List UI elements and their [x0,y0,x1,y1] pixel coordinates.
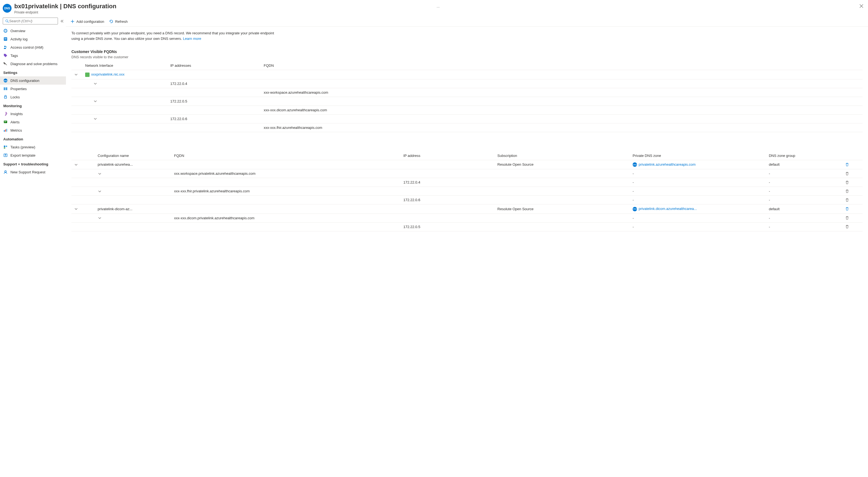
chevron-down-icon[interactable] [93,117,165,121]
diagnose-icon [3,62,8,66]
nav-properties[interactable]: Properties [0,85,66,93]
refresh-button[interactable]: Refresh [109,19,128,24]
nav-alerts[interactable]: Alerts [0,118,66,126]
svg-point-8 [6,47,7,48]
config-name-cell: privatelink-azurehea... [95,160,172,169]
chevron-down-icon[interactable] [98,189,172,193]
delete-button[interactable] [845,163,860,167]
close-button[interactable] [859,4,864,8]
nav-dns-configuration[interactable]: DNS DNS configuration [0,77,66,85]
col-ip-addresses[interactable]: IP addresses [167,61,261,70]
fqdn-cell: xxx-xxx.fhir.privatelink.azurehealthcare… [172,187,495,196]
config-group-row: privatelink-dicom-az... Resolute Open So… [71,204,863,214]
config-ip-row: 172.22.0.4 - - [71,178,863,187]
delete-button[interactable] [845,181,860,184]
svg-rect-19 [5,129,6,131]
insights-icon [3,112,8,116]
nav-tasks[interactable]: Tasks (preview) [0,143,66,151]
nav-diagnose[interactable]: Diagnose and solve problems [0,60,66,68]
dns-zone-link[interactable]: privatelink.dicom.azurehealthcarea... [639,207,697,211]
ip-cell: 172.22.0.5 [401,222,494,231]
chevron-down-icon[interactable] [93,82,165,85]
nav-metrics[interactable]: Metrics [0,126,66,135]
chevron-down-icon[interactable] [74,72,80,77]
svg-point-2 [4,29,7,32]
properties-icon [3,87,8,91]
more-actions-button[interactable]: ··· [437,5,440,9]
nav-insights[interactable]: Insights [0,110,66,118]
fqdn-row: 172.22.0.4 [71,79,863,88]
metrics-icon [3,128,8,132]
dash-cell: - [630,178,766,187]
nav-label: New Support Request [10,170,45,174]
config-ip-row: 172.22.0.6 - - [71,196,863,204]
svg-point-7 [4,46,6,47]
nav-locks[interactable]: Locks [0,93,66,101]
learn-more-link[interactable]: Learn more [183,36,201,41]
fqdn-cell: xxx-xxx.dicom.azurehealthcareapis.com [261,106,863,114]
fqdns-table: Network Interface IP addresses FQDN xxxp… [71,61,863,132]
nav-section-support: Support + troubleshooting [0,159,66,168]
support-icon [3,170,8,174]
nav-label: Properties [10,87,27,91]
activity-log-icon [3,37,8,41]
nav-overview[interactable]: Overview [0,27,66,35]
page-subtitle: Private endpoint [14,10,434,14]
iam-icon [3,45,8,50]
subscription-cell: Resolute Open Source [495,204,630,214]
nic-link[interactable]: xxxprivatelink.nic.xxx [91,72,124,77]
search-input-wrapper[interactable] [3,18,58,25]
toolbar: Add configuration Refresh [66,17,868,27]
chevron-double-left-icon [60,19,64,23]
nav-section-automation: Automation [0,135,66,143]
nav-new-support-request[interactable]: New Support Request [0,168,66,176]
dns-config-icon: DNS [3,78,8,83]
col-fqdn[interactable]: FQDN [172,151,401,160]
chevron-down-icon[interactable] [93,99,165,103]
delete-button[interactable] [845,189,860,193]
delete-button[interactable] [845,172,860,176]
nav-iam[interactable]: Access control (IAM) [0,43,66,51]
col-fqdn[interactable]: FQDN [261,61,863,70]
chevron-down-icon[interactable] [74,163,92,167]
fqdn-cell: xxx-workspace.azurehealthcareapis.com [261,88,863,97]
svg-rect-17 [4,122,6,122]
dns-zone-icon: DNS [632,162,637,167]
collapse-sidebar-button[interactable] [60,19,64,23]
col-ip-address[interactable]: IP address [401,151,494,160]
nav-label: Overview [10,29,25,33]
chevron-down-icon[interactable] [98,172,172,176]
config-group-row: privatelink-azurehea... Resolute Open So… [71,160,863,169]
add-configuration-button[interactable]: Add configuration [70,19,104,24]
zone-group-cell: default [766,160,842,169]
nav-tags[interactable]: Tags [0,51,66,60]
col-private-dns-zone[interactable]: Private DNS zone [630,151,766,160]
config-row: xxx-xxx.fhir.privatelink.azurehealthcare… [71,187,863,196]
fqdn-row: 172.22.0.5 [71,97,863,106]
sidebar: Overview Activity log Access control (IA… [0,17,66,477]
dash-cell: - [630,196,766,204]
delete-button[interactable] [845,198,860,202]
delete-button[interactable] [845,225,860,229]
chevron-down-icon[interactable] [98,216,172,220]
col-dns-zone-group[interactable]: DNS zone group [766,151,842,160]
chevron-down-icon[interactable] [74,207,92,211]
dash-cell: - [766,222,842,231]
search-icon [5,19,9,23]
dash-cell: - [766,178,842,187]
nav-activity-log[interactable]: Activity log [0,35,66,43]
dash-cell: - [630,187,766,196]
dns-zone-link[interactable]: privatelink.azurehealthcareapis.com [639,162,695,167]
svg-point-25 [5,171,6,172]
page-title: bx01privatelink | DNS configuration [14,3,434,10]
dash-cell: - [766,169,842,178]
col-config-name[interactable]: Configuration name [95,151,172,160]
delete-button[interactable] [845,216,860,220]
col-subscription[interactable]: Subscription [495,151,630,160]
search-input[interactable] [9,19,56,23]
svg-rect-12 [5,87,6,90]
delete-button[interactable] [845,207,860,211]
col-network-interface[interactable]: Network Interface [83,61,167,70]
svg-rect-22 [6,146,7,147]
nav-export-template[interactable]: Export template [0,151,66,159]
